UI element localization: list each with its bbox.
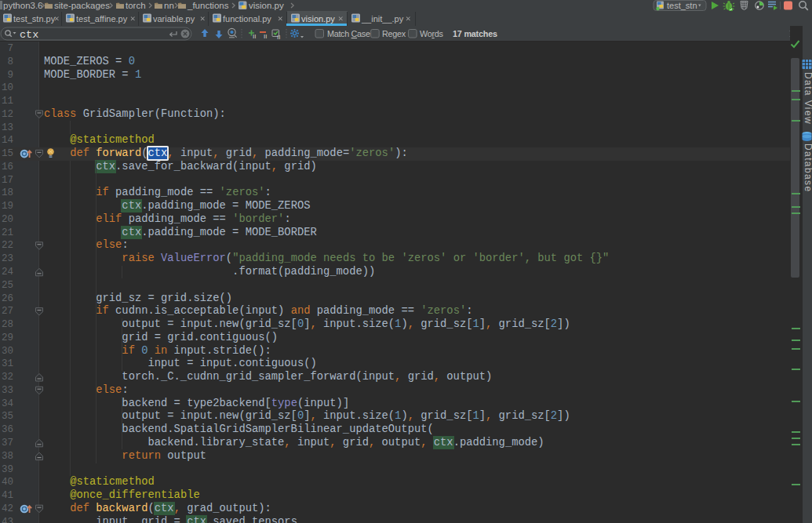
svg-text:II: II xyxy=(253,33,256,40)
svg-text:test_stn: test_stn xyxy=(667,1,697,10)
svg-text:vision.py: vision.py xyxy=(301,14,335,24)
svg-text:_functions: _functions xyxy=(187,1,229,10)
svg-text:nn: nn xyxy=(164,1,174,10)
svg-text:test_stn.py: test_stn.py xyxy=(13,14,56,24)
svg-text:variable.py: variable.py xyxy=(153,14,195,24)
svg-text:test_affine.py: test_affine.py xyxy=(76,14,128,24)
svg-text:python3.6: python3.6 xyxy=(3,1,43,10)
svg-text:site-packages: site-packages xyxy=(54,1,110,10)
svg-text:II: II xyxy=(277,34,280,41)
svg-text:Regex: Regex xyxy=(382,29,406,38)
svg-text:ctx: ctx xyxy=(20,29,38,41)
svg-text:functional.py: functional.py xyxy=(223,14,271,24)
svg-text:Match Case: Match Case xyxy=(327,29,370,38)
svg-text:17 matches: 17 matches xyxy=(453,29,497,38)
svg-text:__init__.py: __init__.py xyxy=(361,14,404,24)
svg-text:II: II xyxy=(264,33,267,40)
svg-text:torch: torch xyxy=(126,1,146,10)
svg-text:vision.py: vision.py xyxy=(249,1,284,10)
svg-text:Words: Words xyxy=(420,29,443,38)
